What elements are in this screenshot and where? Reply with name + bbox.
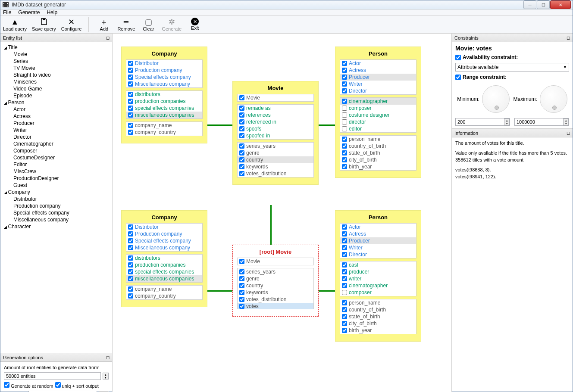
attr-row[interactable]: votes_distribution [238,170,313,177]
attr-row[interactable]: spoofed in [238,132,313,139]
attr-row[interactable]: Distributor [126,224,202,230]
attr-row[interactable]: Miscellaneous company [126,81,202,87]
attr-row[interactable]: country [238,282,313,289]
undock-icon[interactable]: ◻ [106,355,110,360]
minimum-input[interactable] [456,118,504,125]
tree-item[interactable]: Miniseries [3,78,110,85]
tree-item[interactable]: Series [3,58,110,65]
attr-row[interactable]: Director [340,251,416,258]
attr-list[interactable]: company_namecompany_country [126,285,203,300]
attr-row[interactable]: composer [340,289,416,296]
attr-row[interactable]: miscellaneous companies [126,112,202,118]
load-query-button[interactable]: ▲Load query [3,18,27,31]
attr-row[interactable]: Actress [340,67,416,74]
attr-row[interactable]: referenced in [238,118,313,125]
diagram-canvas[interactable]: CompanyDistributorProduction companySpec… [113,34,452,392]
exit-button[interactable]: ✕Exit [187,18,203,31]
attr-list[interactable]: series_yearsgenrecountrykeywordsvotes_di… [237,268,314,309]
range-checkbox[interactable] [455,75,461,80]
tree-item[interactable]: Actress [3,113,110,120]
attr-row[interactable]: Special effects company [126,74,202,81]
attr-row[interactable]: company_country [126,129,202,136]
add-button[interactable]: ＋Add [96,18,112,31]
uniq-checkbox[interactable]: uniq + sort output [55,382,99,389]
menu-help[interactable]: Help [47,9,57,16]
remove-button[interactable]: ━Remove [117,18,135,31]
tree-item[interactable]: Cinematographer [3,140,110,147]
maximum-input[interactable] [515,118,563,125]
attr-row[interactable]: genre [238,275,313,282]
tree-item[interactable]: ProductionDesigner [3,175,110,182]
attr-row[interactable]: Special effects company [126,237,202,244]
attr-row[interactable]: composer [340,105,416,112]
attr-row[interactable]: Production company [126,230,202,237]
avail-dropdown[interactable]: Attribute available▼ [455,63,569,72]
maximize-button[interactable]: ☐ [537,0,550,9]
random-checkbox[interactable]: Generate at random [4,382,53,389]
attr-row[interactable]: spoofs [238,125,313,132]
attr-row[interactable]: country_of_birth [340,143,416,149]
attr-row[interactable]: country_of_birth [340,306,416,313]
close-button[interactable]: ✕ [550,0,571,9]
attr-row[interactable]: series_years [238,143,313,149]
tree-item[interactable]: Straight to video [3,72,110,78]
attr-row[interactable]: votes_distribution [238,296,313,303]
attr-row[interactable]: birth_year [340,163,416,170]
attr-row[interactable]: Movie [238,258,313,265]
attr-list[interactable]: DistributorProduction companySpecial eff… [126,59,203,88]
tree-item[interactable]: Miscellaneous company [3,216,110,223]
entity-company1[interactable]: CompanyDistributorProduction companySpec… [121,47,207,143]
attr-row[interactable]: Distributor [126,60,202,67]
amount-spinner[interactable]: ▴▾ [103,373,109,380]
undock-icon[interactable]: ◻ [567,35,570,40]
attr-row[interactable]: director [340,118,416,125]
attr-list[interactable]: DistributorProduction companySpecial eff… [126,223,203,252]
attr-row[interactable]: keywords [238,289,313,296]
attr-list[interactable]: person_namecountry_of_birthstate_of_birt… [340,135,416,171]
attr-list[interactable]: Movie [237,94,314,102]
tree-item[interactable]: Actor [3,106,110,113]
attr-row[interactable]: special effects companies [126,105,202,112]
attr-row[interactable]: miscellaneous companies [126,275,202,282]
attr-row[interactable]: production companies [126,98,202,105]
attr-list[interactable]: distributorsproduction companiesspecial … [126,254,203,283]
entity-root_movie[interactable]: [root] MovieMovieseries_yearsgenrecountr… [232,245,319,317]
tree-item[interactable]: CostumeDesigner [3,154,110,161]
attr-row[interactable]: keywords [238,163,313,170]
attr-row[interactable]: series_years [238,268,313,275]
tree-item[interactable]: Editor [3,161,110,168]
attr-row[interactable]: Actor [340,224,416,230]
entity-person1[interactable]: PersonActorActressProducerWriterDirector… [335,47,421,178]
attr-row[interactable]: cinematographer [340,98,416,105]
attr-row[interactable]: distributors [126,91,202,98]
tree-item[interactable]: Episode [3,92,110,99]
tree-item[interactable]: Movie [3,51,110,58]
tree-item[interactable]: Composer [3,147,110,154]
attr-row[interactable]: editor [340,125,416,132]
attr-row[interactable]: remade as [238,105,313,112]
attr-row[interactable]: Movie [238,94,313,101]
attr-row[interactable]: votes [238,303,313,309]
tree-item[interactable]: Producer [3,120,110,127]
attr-row[interactable]: country [238,156,313,163]
attr-list[interactable]: remade asreferencesreferenced inspoofssp… [237,104,314,140]
entity-movie[interactable]: MovieMovieremade asreferencesreferenced … [232,81,319,185]
attr-row[interactable]: references [238,112,313,118]
tree-item[interactable]: MiscCrew [3,168,110,175]
attr-row[interactable]: company_name [126,286,202,292]
attr-row[interactable]: special effects companies [126,268,202,275]
attr-row[interactable]: birth_year [340,327,416,334]
attr-row[interactable]: person_name [340,299,416,306]
clear-button[interactable]: ▢Clear [140,18,157,31]
maximum-dial[interactable] [540,85,567,113]
attr-row[interactable]: person_name [340,136,416,143]
undock-icon[interactable]: ◻ [106,35,110,40]
save-query-button[interactable]: Save query [32,18,56,31]
attr-row[interactable]: state_of_birth [340,149,416,156]
tree-item[interactable]: Writer [3,127,110,134]
tree-item[interactable]: Director [3,134,110,140]
tree-item[interactable]: Video Game [3,85,110,92]
tree-item[interactable]: Special effects company [3,209,110,216]
attr-list[interactable]: company_namecompany_country [126,121,203,136]
attr-row[interactable]: state_of_birth [340,313,416,320]
